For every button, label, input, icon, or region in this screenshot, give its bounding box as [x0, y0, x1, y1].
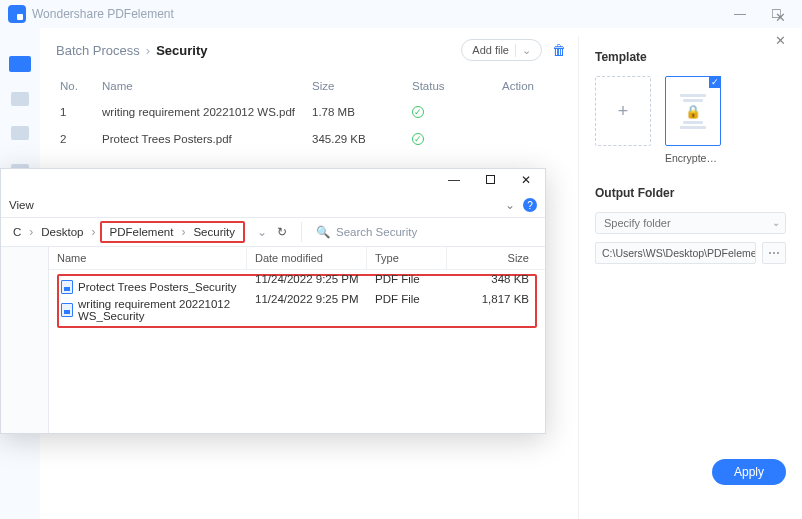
explorer-minimize-button[interactable]: — — [441, 173, 467, 187]
path-seg-security[interactable]: Security — [189, 226, 239, 238]
check-icon: ✓ — [709, 76, 721, 88]
rail-item-3[interactable] — [11, 126, 29, 140]
col-status: Status — [408, 74, 498, 98]
apply-button[interactable]: Apply — [712, 459, 786, 485]
template-add-button[interactable]: + — [595, 76, 651, 146]
pdf-file-icon — [61, 303, 73, 317]
output-folder-path[interactable]: C:\Users\WS\Desktop\PDFelement\Sec — [595, 242, 756, 264]
add-file-label: Add file — [472, 44, 509, 56]
path-highlight: PDFelement › Security — [100, 221, 245, 243]
col-size-header[interactable]: Size — [447, 247, 545, 269]
file-explorer-window: — ✕ View ⌄ ? C › Desktop › PDFelement › … — [0, 168, 546, 434]
output-folder-select[interactable] — [595, 212, 786, 234]
template-card-encrypted[interactable]: ✓ 🔒 — [665, 76, 721, 146]
app-titlebar: Wondershare PDFelement — ☐ — [0, 0, 802, 28]
chevron-right-icon: › — [177, 225, 189, 239]
address-dropdown[interactable]: ⌄ — [257, 225, 267, 239]
help-icon[interactable]: ? — [523, 198, 537, 212]
file-table: No. Name Size Status Action 1 writing re… — [56, 74, 566, 152]
chevron-down-icon: ⌄ — [772, 217, 780, 228]
output-heading: Output Folder — [595, 186, 786, 200]
rail-item-2[interactable] — [11, 92, 29, 106]
chevron-right-icon: › — [146, 43, 150, 58]
list-item-meta: 11/24/2022 9:25 PM PDF File 1,817 KB — [247, 289, 545, 309]
app-logo-icon — [8, 5, 26, 23]
chevron-down-icon[interactable]: ⌄ — [505, 198, 515, 212]
crumb-current: Security — [156, 43, 207, 58]
explorer-maximize-button[interactable] — [477, 173, 503, 187]
col-action: Action — [498, 74, 566, 98]
output-folder-browse-button[interactable]: ⋯ — [762, 242, 786, 264]
search-placeholder: Search Security — [336, 226, 417, 238]
window-close-button[interactable]: ✕ — [767, 6, 794, 29]
path-seg-desktop[interactable]: Desktop — [37, 226, 87, 238]
chevron-right-icon: › — [88, 225, 100, 239]
list-item-meta: 11/24/2022 9:25 PM PDF File 348 KB — [247, 269, 545, 289]
trash-icon[interactable]: 🗑 — [552, 42, 566, 58]
explorer-columns: Name Date modified Type Size — [49, 247, 545, 270]
add-file-dropdown[interactable]: ⌄ — [515, 44, 537, 57]
path-root[interactable]: C — [9, 226, 25, 238]
pdf-file-icon — [61, 280, 73, 294]
add-file-button[interactable]: Add file ⌄ — [461, 39, 542, 61]
right-pane: Template + ✓ 🔒 Encrypted ... Output Fold… — [578, 36, 802, 519]
window-minimize-button[interactable]: — — [722, 7, 758, 21]
explorer-close-button[interactable]: ✕ — [513, 173, 539, 187]
refresh-icon[interactable]: ↻ — [277, 225, 287, 239]
breadcrumb: Batch Process › Security Add file ⌄ 🗑 — [56, 36, 566, 64]
explorer-search-input[interactable]: 🔍 Search Security — [306, 225, 537, 239]
table-row[interactable]: 1 writing requirement 20221012 WS.pdf 1.… — [56, 98, 566, 125]
table-row[interactable]: 2 Protect Trees Posters.pdf 345.29 KB ✓ — [56, 125, 566, 152]
search-icon: 🔍 — [316, 225, 330, 239]
explorer-tree[interactable] — [1, 247, 49, 433]
rail-item-active[interactable] — [9, 56, 31, 72]
status-ok-icon: ✓ — [412, 106, 424, 118]
chevron-right-icon: › — [25, 225, 37, 239]
col-date-header[interactable]: Date modified — [247, 247, 367, 269]
col-type-header[interactable]: Type — [367, 247, 447, 269]
template-heading: Template — [595, 50, 786, 64]
col-no: No. — [56, 74, 98, 98]
col-name: Name — [98, 74, 308, 98]
col-size: Size — [308, 74, 408, 98]
explorer-file-list: Name Date modified Type Size Protect Tre… — [49, 247, 545, 433]
crumb-root[interactable]: Batch Process — [56, 43, 140, 58]
explorer-view-menu[interactable]: View — [9, 199, 34, 211]
status-ok-icon: ✓ — [412, 133, 424, 145]
lock-icon: 🔒 — [685, 104, 701, 119]
path-seg-pdfelement[interactable]: PDFelement — [106, 226, 178, 238]
col-name-header[interactable]: Name — [49, 247, 247, 269]
app-title: Wondershare PDFelement — [32, 7, 174, 21]
template-label: Encrypted ... — [665, 152, 721, 164]
explorer-address-bar: C › Desktop › PDFelement › Security ⌄ ↻ … — [1, 217, 545, 247]
